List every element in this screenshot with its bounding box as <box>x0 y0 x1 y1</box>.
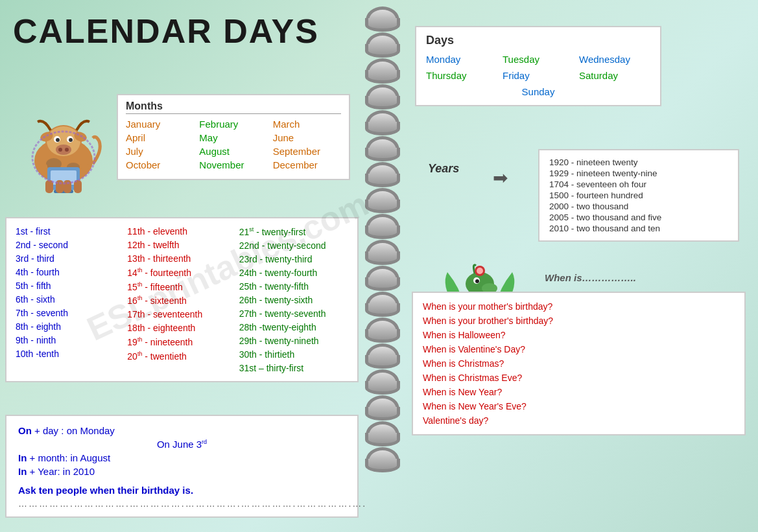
days-title: Days <box>426 34 650 47</box>
prep-line-3: In + month: in August <box>18 451 346 465</box>
years-label: Years <box>428 162 459 176</box>
month-december: December <box>273 159 341 171</box>
questions-box: When is your mother's birthday? When is … <box>412 292 746 435</box>
days-box: Days Monday Tuesday Wednesday Thursday F… <box>415 26 661 106</box>
months-grid: January February March April May June Ju… <box>126 118 341 171</box>
days-grid: Monday Tuesday Wednesday Thursday Friday… <box>426 52 650 98</box>
ord-6: 6th - sixth <box>16 293 124 306</box>
prep-line-2: On June 3rd <box>18 437 346 451</box>
question-6: When is Christmas Eve? <box>423 371 735 385</box>
ring-17 <box>366 421 399 445</box>
svg-rect-15 <box>80 164 89 169</box>
when-is-label: When is…………….. <box>545 272 636 283</box>
svg-rect-21 <box>64 180 71 193</box>
svg-point-7 <box>56 138 60 142</box>
question-2: When is your brother's birthday? <box>423 314 735 328</box>
ord-3: 3rd - third <box>16 252 124 265</box>
ord-1: 1st - first <box>16 225 124 238</box>
ring-16 <box>366 395 399 419</box>
ring-10 <box>366 240 399 263</box>
question-3: When is Halloween? <box>423 328 735 342</box>
month-may: May <box>199 132 267 144</box>
month-june: June <box>273 132 341 144</box>
ring-12 <box>366 292 399 315</box>
ord-23: 23rd - twenty-third <box>239 253 348 266</box>
ring-8 <box>366 188 399 211</box>
ord-15: 15th - fifteenth <box>127 280 236 294</box>
day-friday: Friday <box>503 69 574 82</box>
prep-dots: …………….…………….…………….…………….…………….…………….…. <box>18 498 346 509</box>
question-9: Valentine's day? <box>423 413 735 428</box>
ord-24: 24th - twenty-fourth <box>239 266 348 279</box>
month-march: March <box>273 118 341 130</box>
svg-point-8 <box>69 138 73 142</box>
ord-29: 29th - twenty-nineth <box>239 334 348 347</box>
months-box: Months January February March April May … <box>117 94 350 180</box>
svg-point-29 <box>475 279 479 283</box>
ord-28: 28th -twenty-eighth <box>239 321 348 334</box>
ord-25: 25th - twenty-fifth <box>239 280 348 293</box>
ord-4: 4th - fourth <box>16 266 124 279</box>
spiral-spine <box>360 0 405 532</box>
day-tuesday: Tuesday <box>503 52 574 66</box>
question-7: When is New Year? <box>423 385 735 399</box>
ord-31: 31st – thirty-first <box>239 362 348 375</box>
ordinals-grid: 1st - first 2nd - second 3rd - third 4th… <box>16 225 348 375</box>
svg-point-10 <box>58 148 62 152</box>
ring-4 <box>366 84 399 108</box>
months-title: Months <box>126 100 341 114</box>
ring-6 <box>366 136 399 159</box>
ring-13 <box>366 318 399 341</box>
year-1704: 1704 - seventeen oh four <box>549 179 728 190</box>
day-wednesday: Wednesday <box>579 52 650 66</box>
ord-10: 10th -tenth <box>16 347 124 360</box>
ring-14 <box>366 343 399 367</box>
svg-point-31 <box>477 268 483 274</box>
ring-11 <box>366 266 399 289</box>
prep-line-4: In + Year: in 2010 <box>18 465 346 478</box>
svg-rect-14 <box>38 164 47 169</box>
ord-11: 11th - eleventh <box>127 225 236 238</box>
ord-12: 12th - twelfth <box>127 238 236 251</box>
question-8: When is New Year's Eve? <box>423 399 735 413</box>
ord-22: 22nd - twenty-second <box>239 239 348 252</box>
day-monday: Monday <box>426 52 497 66</box>
question-1: When is your mother's birthday? <box>423 299 735 314</box>
day-thursday: Thursday <box>426 69 497 82</box>
year-1920: 1920 - nineteen twenty <box>549 157 728 168</box>
ord-19: 19th - nineteenth <box>127 335 236 349</box>
ord-2: 2nd - second <box>16 238 124 251</box>
year-2000: 2000 - two thousand <box>549 201 728 212</box>
ord-9: 9th - ninth <box>16 334 124 347</box>
ordinals-box: 1st - first 2nd - second 3rd - third 4th… <box>5 217 359 382</box>
month-february: February <box>199 118 267 130</box>
svg-point-11 <box>65 148 69 152</box>
year-1929: 1929 - nineteen twenty-nine <box>549 168 728 179</box>
day-sunday: Sunday <box>426 85 650 98</box>
ord-18: 18th - eighteenth <box>127 321 236 334</box>
years-arrow: ➡ <box>493 167 508 189</box>
ring-18 <box>366 447 399 470</box>
ord-20: 20th - twentieth <box>127 349 236 363</box>
ord-16: 16th - sixteenth <box>127 294 236 307</box>
year-2010: 2010 - two thousand and ten <box>549 223 728 234</box>
ord-27: 27th - twenty-seventh <box>239 307 348 320</box>
years-box: 1920 - nineteen twenty 1929 - nineteen t… <box>538 149 739 242</box>
ord-7: 7th - seventh <box>16 306 124 319</box>
ring-7 <box>366 162 399 185</box>
ord-5: 5th - fifth <box>16 279 124 292</box>
ord-21: 21st - twenty-first <box>239 225 348 238</box>
year-2005: 2005 - two thousand and five <box>549 212 728 223</box>
page-title: CALENDAR DAYS <box>13 12 319 51</box>
ring-1 <box>366 6 399 30</box>
ring-3 <box>366 58 399 82</box>
prep-ask: Ask ten people when their birthday is. <box>18 485 346 496</box>
ring-5 <box>366 110 399 133</box>
ord-26: 26th - twenty-sixth <box>239 294 348 306</box>
month-november: November <box>199 159 267 171</box>
question-5: When is Christmas? <box>423 356 735 371</box>
month-october: October <box>126 159 194 171</box>
month-september: September <box>273 145 341 157</box>
svg-point-9 <box>56 145 71 155</box>
ord-30: 30th - thirtieth <box>239 348 348 361</box>
